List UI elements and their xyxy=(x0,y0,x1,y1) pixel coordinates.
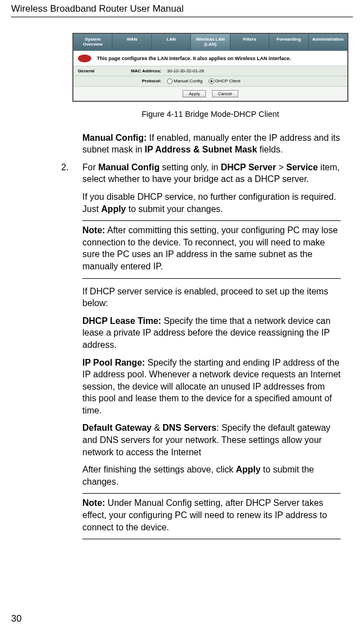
radio-manual-config[interactable] xyxy=(167,78,173,84)
amp: & xyxy=(151,423,163,432)
step-number: 2. xyxy=(61,161,68,174)
tab-filters[interactable]: Filters xyxy=(230,34,269,51)
page-number: 30 xyxy=(11,613,22,624)
tab-lan[interactable]: LAN xyxy=(152,34,191,51)
ip-pool-para: IP Pool Range: Specify the starting and … xyxy=(82,357,341,417)
tab-administration[interactable]: Administration xyxy=(309,34,347,51)
dns-lead: DNS Servers xyxy=(163,423,217,432)
step-2-para: For Manual Config setting only, in DHCP … xyxy=(82,161,341,185)
tab-system-overview[interactable]: System Overview xyxy=(73,34,112,51)
finish-para: After finishing the settings above, clic… xyxy=(82,464,341,488)
figure-caption: Figure 4-11 Bridge Mode-DHCP Client xyxy=(72,110,348,119)
text: After finishing the settings above, clic… xyxy=(82,465,236,474)
ip-subnet-bold: IP Address & Subnet Mask xyxy=(145,145,257,154)
pool-lead: IP Pool Range: xyxy=(82,358,145,367)
note-rule-bottom xyxy=(82,278,341,279)
mac-address-value: 30-10-30-32-01-28 xyxy=(167,68,343,73)
figure-screenshot: System Overview WAN LAN Wireless LAN (LA… xyxy=(72,33,348,119)
radio-manual-label: Manual Config. xyxy=(174,78,204,83)
dhcp-enabled-para: If DHCP server service is enabled, proce… xyxy=(82,285,341,309)
mac-address-label: MAC Address: xyxy=(111,68,167,73)
service-bold: Service xyxy=(286,163,318,172)
apply-bold: Apply xyxy=(236,465,260,474)
lease-time-para: DHCP Lease Time: Specify the time that a… xyxy=(82,315,341,351)
text: fields. xyxy=(257,145,283,154)
radio-dhcp-client[interactable] xyxy=(209,78,214,84)
doc-header: Wireless Broadband Router User Manual xyxy=(11,0,353,17)
note2-rule-bottom xyxy=(82,539,341,539)
note-text: After committing this setting, your conf… xyxy=(82,225,338,271)
note-text: Under Manual Config setting, after DHCP … xyxy=(82,498,327,531)
text: For xyxy=(82,163,98,172)
note-2: Note: Under Manual Config setting, after… xyxy=(82,497,341,533)
radio-dhcp-label: DHCP Client xyxy=(215,78,240,83)
tab-wireless-lan[interactable]: Wireless LAN (LAN) xyxy=(191,34,230,51)
header-rule xyxy=(11,17,353,17)
manual-config-lead: Manual Config: xyxy=(82,133,147,142)
manual-config-bold: Manual Config xyxy=(98,163,159,172)
manual-config-para: Manual Config: If enabled, manually ente… xyxy=(82,132,341,156)
note-rule-top xyxy=(82,220,341,221)
protocol-label: Protocol: xyxy=(111,78,167,84)
tab-wan[interactable]: WAN xyxy=(112,34,151,51)
step-2b-para: If you disable DHCP service, no further … xyxy=(82,191,341,215)
apply-button[interactable]: Apply xyxy=(183,90,206,97)
text: > xyxy=(276,163,286,172)
body-content: Manual Config: If enabled, manually ente… xyxy=(82,132,341,540)
ui-tabs: System Overview WAN LAN Wireless LAN (LA… xyxy=(73,34,347,51)
apply-bold: Apply xyxy=(101,204,126,214)
ui-description: This page configures the LAN interface. … xyxy=(97,56,291,61)
note-lead: Note: xyxy=(82,225,105,235)
text: setting only, in xyxy=(160,163,221,172)
dhcp-server-bold: DHCP Server xyxy=(221,163,276,172)
general-label: General xyxy=(78,68,111,73)
tab-forwarding[interactable]: Forwarding xyxy=(269,34,308,51)
text: to submit your changes. xyxy=(126,204,223,214)
step-2: 2. For Manual Config setting only, in DH… xyxy=(82,161,341,539)
lease-lead: DHCP Lease Time: xyxy=(82,316,161,326)
note-lead: Note: xyxy=(82,498,105,508)
note2-rule-top xyxy=(82,493,341,494)
note-1: Note: After committing this setting, you… xyxy=(82,224,341,272)
gateway-dns-para: Default Gateway & DNS Servers: Specify t… xyxy=(82,422,341,458)
gateway-lead: Default Gateway xyxy=(82,423,151,432)
logo-icon xyxy=(78,55,91,62)
cancel-button[interactable]: Cancel xyxy=(212,90,238,97)
